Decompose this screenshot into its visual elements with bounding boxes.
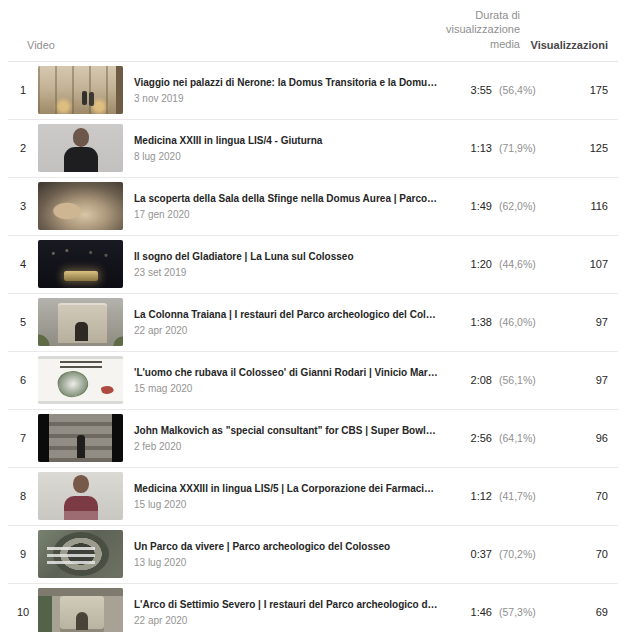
video-title[interactable]: Medicina XXIII in lingua LIS/4 - Giuturn… xyxy=(134,135,438,148)
avg-view-duration-value: 1:38 xyxy=(446,316,492,328)
views-count: 97 xyxy=(538,374,608,386)
column-header-views[interactable]: Visualizzazioni xyxy=(520,39,608,51)
row-rank: 7 xyxy=(8,432,38,444)
avg-view-duration-value: 0:37 xyxy=(446,548,492,560)
thumbnail-image-sign-language-speaker-gray xyxy=(38,124,123,172)
video-meta: John Malkovich as "special consultant" f… xyxy=(134,425,446,453)
video-title[interactable]: L'Arco di Settimio Severo | I restauri d… xyxy=(134,599,438,612)
video-meta: Un Parco da vivere | Parco archeologico … xyxy=(134,541,446,569)
table-row[interactable]: 8 Medicina XXXIII in lingua LIS/5 | La C… xyxy=(8,468,618,526)
views-count: 175 xyxy=(538,84,608,96)
avg-view-duration-cell: 1:38 (46,0%) xyxy=(446,316,538,328)
video-title[interactable]: Un Parco da vivere | Parco archeologico … xyxy=(134,541,438,554)
table-row[interactable]: 3 La scoperta della Sala della Sfinge ne… xyxy=(8,178,618,236)
views-count: 70 xyxy=(538,548,608,560)
video-publish-date: 13 lug 2020 xyxy=(134,557,438,568)
video-title[interactable]: John Malkovich as "special consultant" f… xyxy=(134,425,438,438)
avg-view-duration-cell: 1:20 (44,6%) xyxy=(446,258,538,270)
avg-view-percentage: (62,0%) xyxy=(492,200,538,212)
video-title[interactable]: Viaggio nei palazzi di Nerone: la Domus … xyxy=(134,77,438,90)
video-publish-date: 2 feb 2020 xyxy=(134,441,438,452)
avg-view-duration-cell: 2:56 (64,1%) xyxy=(446,432,538,444)
table-row[interactable]: 4 Il sogno del Gladiatore | La Luna sul … xyxy=(8,236,618,294)
avg-view-duration-cell: 1:49 (62,0%) xyxy=(446,200,538,212)
avg-view-percentage: (46,0%) xyxy=(492,316,538,328)
video-thumbnail[interactable] xyxy=(38,298,123,346)
video-thumbnail[interactable] xyxy=(38,356,123,404)
row-rank: 4 xyxy=(8,258,38,270)
views-count: 125 xyxy=(538,142,608,154)
avg-view-duration-value: 3:55 xyxy=(446,84,492,96)
table-row[interactable]: 9 Un Parco da vivere | Parco archeologic… xyxy=(8,526,618,584)
video-thumbnail[interactable] xyxy=(38,66,123,114)
table-row[interactable]: 7 John Malkovich as "special consultant"… xyxy=(8,410,618,468)
video-publish-date: 23 set 2019 xyxy=(134,267,438,278)
avg-view-duration-value: 2:08 xyxy=(446,374,492,386)
avg-view-percentage: (56,4%) xyxy=(492,84,538,96)
row-rank: 10 xyxy=(8,606,38,618)
thumbnail-image-sphinx-room-cave xyxy=(38,182,123,230)
table-body: 1 Viaggio nei palazzi di Nerone: la Domu… xyxy=(8,62,618,632)
avg-view-percentage: (44,6%) xyxy=(492,258,538,270)
thumbnail-image-rodari-story-illustration xyxy=(38,356,123,404)
video-meta: Viaggio nei palazzi di Nerone: la Domus … xyxy=(134,77,446,105)
video-thumbnail[interactable] xyxy=(38,414,123,462)
video-meta: L'Arco di Settimio Severo | I restauri d… xyxy=(134,599,446,627)
avg-view-percentage: (41,7%) xyxy=(492,490,538,502)
thumbnail-image-septimius-severus-arch-aerial xyxy=(38,588,123,632)
views-count: 116 xyxy=(538,200,608,212)
video-publish-date: 22 apr 2020 xyxy=(134,325,438,336)
video-meta: Medicina XXXIII in lingua LIS/5 | La Cor… xyxy=(134,483,446,511)
avg-view-percentage: (64,1%) xyxy=(492,432,538,444)
avg-view-duration-value: 1:20 xyxy=(446,258,492,270)
row-rank: 8 xyxy=(8,490,38,502)
video-publish-date: 3 nov 2019 xyxy=(134,93,438,104)
video-meta: 'L'uomo che rubava il Colosseo' di Giann… xyxy=(134,367,446,395)
avg-view-duration-cell: 0:37 (70,2%) xyxy=(446,548,538,560)
table-header: Video Durata di visualizzazione media Vi… xyxy=(8,4,618,62)
column-header-video[interactable]: Video xyxy=(27,39,424,51)
avg-view-percentage: (57,3%) xyxy=(492,606,538,618)
video-title[interactable]: La Colonna Traiana | I restauri del Parc… xyxy=(134,309,438,322)
thumbnail-image-sign-language-speaker-maroon xyxy=(38,472,123,520)
video-title[interactable]: 'L'uomo che rubava il Colosseo' di Giann… xyxy=(134,367,438,380)
table-row[interactable]: 10 L'Arco di Settimio Severo | I restaur… xyxy=(8,584,618,632)
avg-view-duration-cell: 3:55 (56,4%) xyxy=(446,84,538,96)
video-title[interactable]: Medicina XXXIII in lingua LIS/5 | La Cor… xyxy=(134,483,438,496)
row-rank: 1 xyxy=(8,84,38,96)
avg-view-duration-value: 1:49 xyxy=(446,200,492,212)
table-row[interactable]: 6 'L'uomo che rubava il Colosseo' di Gia… xyxy=(8,352,618,410)
row-rank: 3 xyxy=(8,200,38,212)
table-row[interactable]: 2 Medicina XXIII in lingua LIS/4 - Giutu… xyxy=(8,120,618,178)
video-thumbnail[interactable] xyxy=(38,240,123,288)
avg-view-duration-cell: 1:46 (57,3%) xyxy=(446,606,538,618)
column-header-avg-view-duration[interactable]: Durata di visualizzazione media xyxy=(424,8,520,51)
thumbnail-image-trajan-column-base-monument xyxy=(38,298,123,346)
video-thumbnail[interactable] xyxy=(38,530,123,578)
video-analytics-table: Video Durata di visualizzazione media Vi… xyxy=(8,4,618,632)
views-count: 70 xyxy=(538,490,608,502)
views-count: 107 xyxy=(538,258,608,270)
video-thumbnail[interactable] xyxy=(38,182,123,230)
video-meta: La scoperta della Sala della Sfinge nell… xyxy=(134,193,446,221)
avg-view-duration-value: 1:13 xyxy=(446,142,492,154)
video-title[interactable]: La scoperta della Sala della Sfinge nell… xyxy=(134,193,438,206)
video-thumbnail[interactable] xyxy=(38,124,123,172)
avg-view-percentage: (70,2%) xyxy=(492,548,538,560)
thumbnail-image-colosseum-aerial-text-overlay xyxy=(38,530,123,578)
video-meta: Il sogno del Gladiatore | La Luna sul Co… xyxy=(134,251,446,279)
views-count: 96 xyxy=(538,432,608,444)
row-rank: 2 xyxy=(8,142,38,154)
video-title[interactable]: Il sogno del Gladiatore | La Luna sul Co… xyxy=(134,251,438,264)
avg-view-duration-cell: 1:13 (71,9%) xyxy=(446,142,538,154)
video-thumbnail[interactable] xyxy=(38,472,123,520)
row-rank: 9 xyxy=(8,548,38,560)
avg-view-duration-cell: 1:12 (41,7%) xyxy=(446,490,538,502)
video-thumbnail[interactable] xyxy=(38,588,123,632)
avg-view-percentage: (71,9%) xyxy=(492,142,538,154)
table-row[interactable]: 1 Viaggio nei palazzi di Nerone: la Domu… xyxy=(8,62,618,120)
avg-view-duration-value: 1:12 xyxy=(446,490,492,502)
table-row[interactable]: 5 La Colonna Traiana | I restauri del Pa… xyxy=(8,294,618,352)
avg-view-duration-value: 1:46 xyxy=(446,606,492,618)
thumbnail-image-colosseum-night-scene xyxy=(38,240,123,288)
